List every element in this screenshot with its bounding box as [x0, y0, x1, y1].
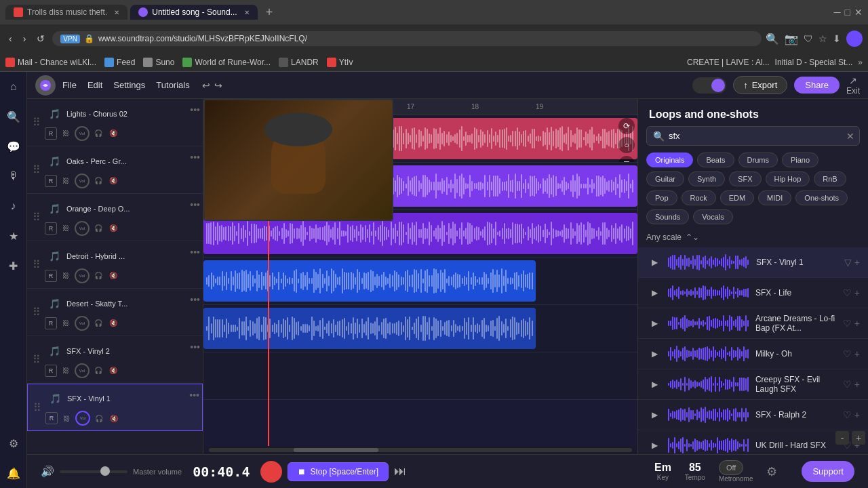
- loop-favorite-btn-5[interactable]: ♡: [843, 379, 852, 390]
- track-more-btn-6[interactable]: •••: [190, 342, 200, 352]
- track-headphone-btn-7[interactable]: 🎧: [93, 412, 105, 424]
- sidebar-home-icon[interactable]: ⌂: [4, 77, 23, 96]
- undo-button[interactable]: ↩: [202, 80, 210, 91]
- track-vol-knob-2[interactable]: Vol: [75, 174, 90, 188]
- sidebar-search-icon[interactable]: 🔍: [4, 107, 23, 126]
- track-headphone-btn-3[interactable]: 🎧: [92, 222, 104, 235]
- waveform-row-6[interactable]: [203, 352, 637, 400]
- bookmark-rune[interactable]: World of Rune-Wor...: [182, 58, 271, 67]
- track-headphone-btn-2[interactable]: 🎧: [92, 175, 104, 187]
- filter-synth[interactable]: Synth: [688, 171, 725, 186]
- track-more-btn-7[interactable]: •••: [189, 390, 199, 401]
- camera-icon[interactable]: 📷: [785, 33, 798, 45]
- loop-item-7[interactable]: ▶ UK Drill - Hard SFX ♡ +: [638, 430, 868, 454]
- bookmark-laive[interactable]: CREATE | LAIVE : Al...: [687, 58, 770, 67]
- filter-vocals[interactable]: Vocals: [693, 209, 732, 224]
- filter-sounds[interactable]: Sounds: [646, 209, 689, 224]
- skip-forward-button[interactable]: ⏭: [394, 464, 406, 479]
- search-clear-btn[interactable]: ✕: [846, 131, 854, 142]
- track-mute-btn-5[interactable]: 🔇: [107, 317, 119, 329]
- menu-edit[interactable]: Edit: [87, 80, 102, 90]
- track-mute-btn-7[interactable]: 🔇: [108, 412, 120, 424]
- theme-toggle[interactable]: [692, 77, 726, 94]
- filter-guitar[interactable]: Guitar: [646, 171, 684, 186]
- volume-slider[interactable]: [60, 470, 127, 473]
- tab-close-btn[interactable]: ✕: [114, 9, 119, 16]
- track-chain-btn-7[interactable]: ⛓: [60, 412, 73, 424]
- track-r-btn-4[interactable]: R: [45, 270, 57, 282]
- tab-soundtrap[interactable]: Untitled song - Sound... ✕: [130, 5, 257, 20]
- track-r-btn-5[interactable]: R: [45, 317, 57, 329]
- filter-rnb[interactable]: RnB: [814, 171, 846, 186]
- track-vol-knob-4[interactable]: Vol: [75, 268, 90, 283]
- loop-favorite-btn-1[interactable]: ▽: [844, 257, 852, 268]
- track-chain-btn-6[interactable]: ⛓: [60, 365, 72, 377]
- track-headphone-btn-6[interactable]: 🎧: [92, 365, 104, 377]
- volume-thumb[interactable]: [100, 466, 110, 476]
- profile-avatar[interactable]: [846, 30, 863, 47]
- filter-sfx[interactable]: SFX: [729, 171, 761, 186]
- loop-add-btn-5[interactable]: +: [854, 379, 860, 390]
- scrollbar-thumb[interactable]: [294, 448, 378, 452]
- loop-play-btn-5[interactable]: ▶: [646, 376, 663, 392]
- download-icon[interactable]: ⬇: [833, 33, 841, 44]
- track-overlay-btn-1[interactable]: ⟳: [618, 118, 635, 134]
- sidebar-star-icon[interactable]: ★: [4, 226, 23, 245]
- filter-edm[interactable]: EDM: [720, 190, 754, 205]
- track-more-btn-5[interactable]: •••: [190, 294, 200, 305]
- loop-play-btn-2[interactable]: ▶: [646, 285, 663, 301]
- track-drag-handle-4[interactable]: ⠿: [33, 258, 41, 271]
- track-more-btn-1[interactable]: •••: [190, 104, 200, 115]
- track-vol-knob-5[interactable]: Vol: [75, 316, 90, 331]
- track-more-btn-3[interactable]: •••: [190, 199, 200, 210]
- track-r-btn-3[interactable]: R: [45, 222, 57, 235]
- track-mute-btn-3[interactable]: 🔇: [107, 222, 119, 235]
- search-action-icon[interactable]: 🔍: [766, 33, 779, 45]
- track-r-btn-2[interactable]: R: [45, 175, 57, 187]
- tab-trolls[interactable]: Trolls diss music theft. ✕: [5, 5, 127, 20]
- loop-item-5[interactable]: ▶ Creepy SFX - Evil Laugh SFX ♡ +: [638, 369, 868, 400]
- record-button[interactable]: [260, 461, 282, 483]
- scrollbar-track[interactable]: [209, 448, 632, 452]
- sidebar-chat-icon[interactable]: 💬: [4, 137, 23, 156]
- filter-originals[interactable]: Originals: [646, 152, 693, 167]
- scale-dropdown-arrow[interactable]: ⌃⌄: [686, 232, 699, 242]
- bookmark-initiald[interactable]: Initial D - Special St...: [775, 58, 853, 67]
- track-overlay-btn-3[interactable]: ⊞: [618, 156, 635, 163]
- filter-hiphop[interactable]: Hip Hop: [766, 171, 810, 186]
- track-drag-handle-2[interactable]: ⠿: [33, 163, 41, 176]
- track-mute-btn-6[interactable]: 🔇: [107, 365, 119, 377]
- loop-favorite-btn-6[interactable]: ♡: [843, 409, 852, 420]
- track-vol-knob-6[interactable]: Vol: [75, 363, 90, 378]
- metronome-button[interactable]: Off: [719, 460, 743, 475]
- sidebar-music-icon[interactable]: ♪: [4, 197, 23, 216]
- loop-add-btn-3[interactable]: +: [854, 318, 860, 329]
- star-icon[interactable]: ☆: [818, 33, 827, 44]
- bookmark-feed[interactable]: Feed: [104, 58, 135, 67]
- loop-add-btn-2[interactable]: +: [854, 287, 860, 298]
- track-chain-btn-5[interactable]: ⛓: [60, 317, 72, 329]
- track-mute-btn-2[interactable]: 🔇: [107, 175, 119, 187]
- track-vol-knob-3[interactable]: Vol: [75, 221, 90, 236]
- loop-add-btn-6[interactable]: +: [854, 409, 860, 420]
- filter-beats[interactable]: Beats: [697, 152, 734, 167]
- track-more-btn-4[interactable]: •••: [190, 247, 200, 258]
- loop-item-2[interactable]: ▶ SFX - Life ♡ +: [638, 278, 868, 308]
- track-chain-btn-3[interactable]: ⛓: [60, 222, 72, 235]
- support-button[interactable]: Support: [802, 461, 854, 482]
- redo-button[interactable]: ↪: [214, 80, 222, 91]
- loop-add-btn-4[interactable]: +: [854, 348, 860, 359]
- exit-button[interactable]: ↗ Exit: [846, 75, 860, 96]
- filter-rock[interactable]: Rock: [682, 190, 716, 205]
- back-button[interactable]: ‹: [5, 32, 16, 45]
- loops-search-input[interactable]: [646, 126, 860, 146]
- filter-piano[interactable]: Piano: [782, 152, 818, 167]
- filter-midi[interactable]: MIDI: [758, 190, 791, 205]
- track-drag-handle-6[interactable]: ⠿: [33, 353, 41, 366]
- sidebar-notification-icon[interactable]: 🔔: [4, 464, 23, 483]
- loop-item-6[interactable]: ▶ SFX - Ralph 2 ♡ +: [638, 400, 868, 430]
- track-chain-btn-4[interactable]: ⛓: [60, 270, 72, 282]
- loop-play-btn-3[interactable]: ▶: [646, 315, 663, 331]
- bookmark-ytlv[interactable]: YtIv: [327, 58, 353, 67]
- track-mute-btn-4[interactable]: 🔇: [107, 270, 119, 282]
